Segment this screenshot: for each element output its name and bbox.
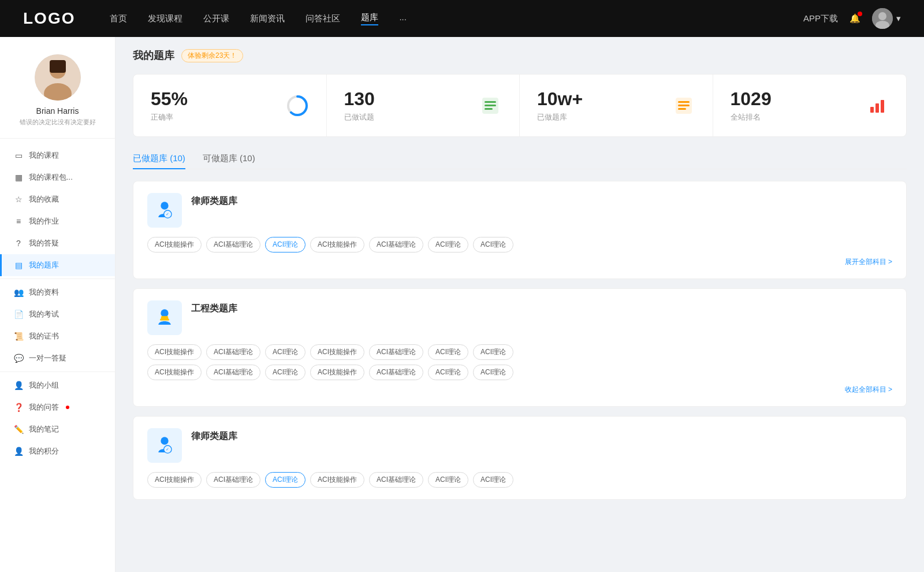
notification-bell[interactable]: 🔔	[850, 13, 860, 24]
sidebar-item-tutoring[interactable]: 💬 一对一答疑	[0, 347, 115, 369]
svg-text:✓: ✓	[166, 447, 169, 451]
stat-done-value: 130	[344, 88, 472, 110]
svg-rect-12	[485, 108, 493, 110]
navbar: LOGO 首页 发现课程 公开课 新闻资讯 问答社区 题库 ··· APP下载 …	[0, 0, 924, 37]
star-icon: ☆	[14, 195, 23, 204]
sidebar-item-notes[interactable]: ✏️ 我的笔记	[0, 418, 115, 440]
stat-done-label: 已做试题	[344, 112, 472, 122]
nav-question-bank[interactable]: 题库	[361, 12, 378, 25]
nav-open-class[interactable]: 公开课	[203, 13, 229, 24]
bank-icon: ▤	[14, 261, 23, 270]
tag-item[interactable]: ACI基础理论	[206, 472, 260, 488]
group-icon: 👤	[14, 381, 23, 390]
nav-news[interactable]: 新闻资讯	[250, 13, 285, 24]
sidebar-item-favorites[interactable]: ☆ 我的收藏	[0, 188, 115, 210]
svg-rect-14	[678, 101, 690, 103]
my-qa-icon: ❓	[14, 403, 23, 412]
profile-icon: 👥	[14, 288, 23, 297]
tag-item[interactable]: ACI技能操作	[310, 472, 364, 488]
sidebar-item-courses[interactable]: ▭ 我的课程	[0, 144, 115, 166]
sidebar-item-group[interactable]: 👤 我的小组	[0, 374, 115, 396]
sidebar-item-course-packages[interactable]: ▦ 我的课程包...	[0, 166, 115, 188]
profile-motto: 错误的决定比没有决定要好	[12, 118, 103, 127]
tag-item[interactable]: ACI理论	[473, 472, 513, 488]
tag-item-active[interactable]: ACI理论	[265, 472, 305, 488]
stat-done-questions: 130 已做试题	[327, 75, 520, 136]
engineer-bank-title: 工程类题库	[191, 303, 237, 315]
sidebar-item-certificate[interactable]: 📜 我的证书	[0, 325, 115, 347]
logo[interactable]: LOGO	[23, 9, 75, 28]
tag-item[interactable]: ACI理论	[428, 472, 468, 488]
navbar-right: APP下载 🔔 ▾	[803, 8, 901, 29]
points-icon: 👤	[14, 447, 23, 456]
nav-menu: 首页 发现课程 公开课 新闻资讯 问答社区 题库 ···	[110, 12, 803, 25]
tag-item[interactable]: ACI技能操作	[310, 344, 364, 360]
question-icon: ?	[14, 239, 23, 248]
nav-qa[interactable]: 问答社区	[305, 13, 340, 24]
trial-badge: 体验剩余23天！	[181, 49, 243, 62]
sidebar-item-my-qa[interactable]: ❓ 我的问答	[0, 396, 115, 418]
certificate-icon: 📜	[14, 332, 23, 341]
tag-item[interactable]: ACI技能操作	[310, 237, 364, 252]
stats-grid: 55% 正确率 130 已做试题	[133, 74, 907, 137]
app-download-button[interactable]: APP下载	[803, 13, 838, 24]
bank-card-lawyer-1: ✓ 律师类题库 ACI技能操作 ACI基础理论 ACI理论 ACI技能操作 AC…	[133, 181, 907, 279]
tag-item[interactable]: ACI基础理论	[206, 365, 260, 380]
sidebar-item-exam[interactable]: 📄 我的考试	[0, 303, 115, 325]
tag-item[interactable]: ACI技能操作	[310, 365, 364, 380]
tag-item[interactable]: ACI理论	[265, 344, 305, 360]
sidebar-item-homework[interactable]: ≡ 我的作业	[0, 210, 115, 232]
stat-ranking: 1029 全站排名	[713, 75, 907, 136]
svg-rect-18	[875, 103, 879, 113]
profile-avatar	[35, 54, 81, 101]
tag-item[interactable]: ACI技能操作	[147, 344, 202, 360]
tag-item[interactable]: ACI技能操作	[147, 237, 202, 252]
tab-available-banks[interactable]: 可做题库 (10)	[203, 148, 255, 169]
chart-red-icon	[866, 94, 889, 117]
stat-accuracy-value: 55%	[151, 88, 279, 110]
tag-item[interactable]: ACI理论	[473, 365, 513, 380]
sidebar-item-points[interactable]: 👤 我的积分	[0, 440, 115, 462]
tag-item-active[interactable]: ACI理论	[265, 237, 305, 252]
svg-point-1	[878, 12, 886, 20]
tag-item[interactable]: ACI理论	[428, 365, 468, 380]
tag-item[interactable]: ACI技能操作	[147, 365, 202, 380]
sidebar-item-qa[interactable]: ? 我的答疑	[0, 232, 115, 254]
lawyer-bank-icon-2: ✓	[147, 428, 182, 463]
tab-done-banks[interactable]: 已做题库 (10)	[133, 148, 185, 169]
tag-item[interactable]: ACI基础理论	[369, 472, 423, 488]
stat-rank-label: 全站排名	[731, 112, 859, 122]
tag-item[interactable]: ACI理论	[265, 365, 305, 380]
page-header: 我的题库 体验剩余23天！	[133, 49, 907, 62]
nav-more[interactable]: ···	[399, 14, 407, 24]
nav-courses[interactable]: 发现课程	[148, 13, 182, 24]
tag-item[interactable]: ACI基础理论	[369, 237, 423, 252]
sidebar-menu: ▭ 我的课程 ▦ 我的课程包... ☆ 我的收藏 ≡ 我的作业 ? 我的答疑 ▤…	[0, 139, 115, 468]
tag-item[interactable]: ACI理论	[428, 237, 468, 252]
sidebar-item-question-bank[interactable]: ▤ 我的题库	[0, 254, 115, 276]
sidebar-item-profile[interactable]: 👥 我的资料	[0, 281, 115, 303]
tag-item[interactable]: ACI理论	[473, 237, 513, 252]
expand-link-1[interactable]: 展开全部科目 >	[147, 257, 892, 267]
svg-rect-17	[870, 107, 874, 113]
stat-accuracy: 55% 正确率	[133, 75, 327, 136]
list-orange-icon	[672, 94, 695, 117]
user-avatar-menu[interactable]: ▾	[872, 8, 901, 29]
tag-item[interactable]: ACI基础理论	[369, 365, 423, 380]
svg-text:✓: ✓	[166, 212, 169, 216]
collapse-link[interactable]: 收起全部科目 >	[147, 385, 892, 395]
stat-done-banks: 10w+ 已做题库	[520, 75, 713, 136]
tag-item[interactable]: ACI技能操作	[147, 472, 202, 488]
engineer-tags-row2: ACI技能操作 ACI基础理论 ACI理论 ACI技能操作 ACI基础理论 AC…	[147, 365, 892, 380]
avatar	[872, 8, 893, 29]
svg-rect-19	[881, 100, 884, 113]
notes-icon: ✏️	[14, 425, 23, 434]
tag-item[interactable]: ACI理论	[428, 344, 468, 360]
nav-home[interactable]: 首页	[110, 13, 127, 24]
tag-item[interactable]: ACI基础理论	[206, 344, 260, 360]
tag-item[interactable]: ACI基础理论	[369, 344, 423, 360]
list-green-icon	[479, 94, 502, 117]
tag-item[interactable]: ACI理论	[473, 344, 513, 360]
tag-item[interactable]: ACI基础理论	[206, 237, 260, 252]
accuracy-progress-icon	[286, 94, 309, 117]
